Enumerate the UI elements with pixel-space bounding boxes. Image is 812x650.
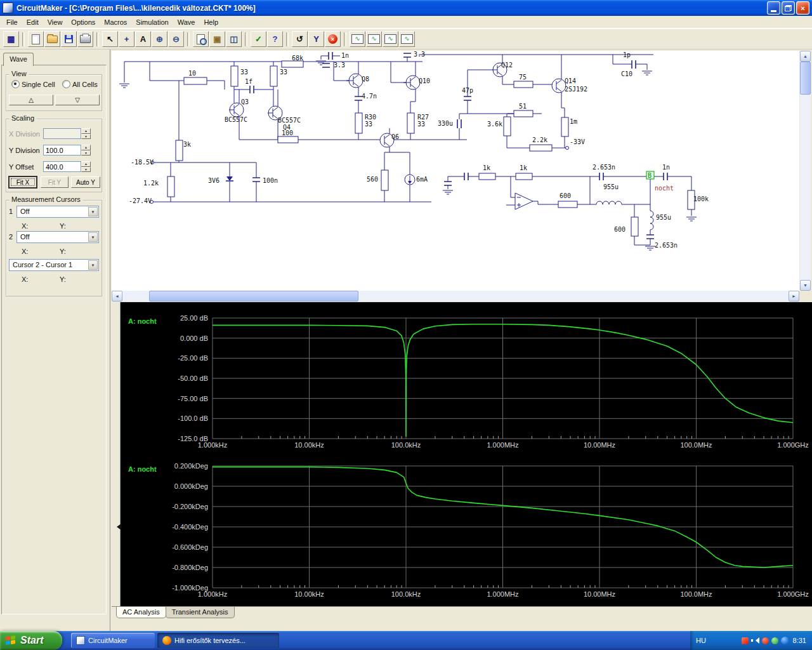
app-red-icon[interactable]	[742, 637, 749, 644]
schematic-label: 2SJ192	[565, 86, 587, 93]
zoom-out-tool-button[interactable]: ⊖	[168, 31, 184, 47]
scroll-right-icon[interactable]: ►	[789, 291, 799, 302]
menu-options[interactable]: Options	[67, 17, 100, 28]
reset-simulation-button[interactable]: ↺	[292, 31, 308, 47]
x-division-spinner[interactable]: ▲ ▼	[81, 128, 91, 139]
tab-ac-analysis[interactable]: AC Analysis	[116, 607, 166, 618]
collapse-panel-icon[interactable]	[114, 524, 121, 530]
view-group-label: View	[10, 70, 29, 77]
y-division-input[interactable]	[43, 145, 81, 156]
spin-down-icon[interactable]: ▼	[81, 150, 91, 156]
fit-y-button[interactable]: Fit Y	[41, 176, 69, 188]
x-division-input[interactable]	[43, 128, 81, 139]
restore-button[interactable]	[782, 1, 795, 15]
cursor2-y-label: Y:	[60, 248, 66, 255]
y-division-label: Y Division	[9, 147, 40, 154]
find-part-button[interactable]	[193, 31, 209, 47]
y-division-spinner[interactable]: ▲ ▼	[81, 145, 91, 156]
schematic-label: 2.653n	[593, 164, 615, 171]
stop-simulation-button[interactable]: ×	[325, 31, 341, 47]
help-button[interactable]: ?	[267, 31, 283, 47]
new-file-button[interactable]	[28, 31, 44, 47]
menu-help[interactable]: Help	[199, 17, 223, 28]
open-file-button[interactable]	[44, 31, 60, 47]
volume-icon[interactable]	[751, 637, 759, 644]
arrow-tool-button[interactable]: ↖	[102, 31, 118, 47]
svg-text:-100.0 dB: -100.0 dB	[178, 415, 208, 422]
spin-up-icon[interactable]: ▲	[81, 128, 91, 134]
menu-file[interactable]: File	[2, 17, 22, 28]
title-bar: CircuitMaker - [C:\Program Files\...\kil…	[0, 0, 812, 16]
svg-text:1.000GHz: 1.000GHz	[777, 590, 809, 598]
radio-single-cell[interactable]: Single Cell	[11, 80, 55, 88]
next-cell-button[interactable]: ▽	[55, 95, 100, 105]
app-icon[interactable]	[3, 3, 13, 13]
cursor-diff-select[interactable]: Cursor 2 - Cursor 1 ▼	[9, 259, 99, 271]
copy-clipboard-button[interactable]: ▣	[209, 31, 225, 47]
radio-all-cells[interactable]: All Cells	[62, 80, 98, 88]
schematic-label: 2.2k	[532, 136, 547, 143]
cursor1-select[interactable]: Off ▼	[16, 206, 99, 218]
schematic-label: 600	[614, 226, 625, 233]
svg-text:100.0MHz: 100.0MHz	[680, 441, 712, 449]
menu-macros[interactable]: Macros	[100, 17, 131, 28]
text-tool-button[interactable]: A	[135, 31, 151, 47]
task-button-circuitmaker[interactable]: CircuitMaker	[71, 633, 155, 648]
parts-browser-button[interactable]: ▦	[3, 31, 19, 47]
spin-down-icon[interactable]: ▼	[81, 167, 91, 173]
waveform-scope-4-button[interactable]: ∿	[399, 31, 415, 47]
schematic-label: 75	[519, 74, 527, 81]
toolbar-separator	[187, 32, 190, 46]
waveform-scope-3-button[interactable]: ∿	[383, 31, 398, 47]
y-offset-spinner[interactable]: ▲ ▼	[81, 161, 91, 172]
scroll-down-icon[interactable]: ▼	[800, 280, 811, 291]
display-panel-button[interactable]: ◫	[226, 31, 242, 47]
minimize-button[interactable]	[767, 1, 780, 15]
tab-transient-analysis[interactable]: Transient Analysis	[166, 607, 235, 618]
close-button[interactable]: ×	[796, 1, 809, 15]
schematic-horizontal-scrollbar[interactable]: ◄ ►	[112, 291, 799, 302]
horizontal-scroll-thumb[interactable]	[149, 291, 358, 302]
schematic-label: -33V	[570, 138, 585, 145]
zoom-in-tool-button[interactable]: ⊕	[152, 31, 167, 47]
alert-red-icon[interactable]	[762, 637, 769, 644]
save-file-button[interactable]	[61, 31, 77, 47]
auto-y-button[interactable]: Auto Y	[71, 176, 100, 188]
y-offset-input[interactable]	[43, 161, 81, 172]
menu-wave[interactable]: Wave	[173, 17, 200, 28]
vertical-scroll-thumb[interactable]	[800, 62, 811, 95]
start-button[interactable]: Start	[0, 631, 62, 650]
spin-down-icon[interactable]: ▼	[81, 134, 91, 140]
menu-view[interactable]: View	[43, 17, 67, 28]
svg-text:25.00 dB: 25.00 dB	[180, 314, 208, 322]
schematic-canvas[interactable]: 1033331f68k1n3.33.3Q3BC557CBC557CQ4100Q8…	[112, 51, 799, 291]
plot-phase[interactable]: 0.200kDeg0.000kDeg-0.200kDeg-0.400kDeg-0…	[121, 453, 809, 604]
scroll-left-icon[interactable]: ◄	[112, 291, 122, 302]
waveform-scope-2-button[interactable]: ∿	[366, 31, 382, 47]
run-simulation-button[interactable]: ✓	[251, 31, 266, 47]
previous-cell-button[interactable]: △	[9, 95, 53, 105]
schematic-vertical-scrollbar[interactable]: ▲ ▼	[800, 51, 811, 291]
wire-tool-button[interactable]: +	[119, 31, 134, 47]
waveform-scope-1-button[interactable]: ∿	[350, 31, 365, 47]
save-file-icon	[65, 35, 73, 43]
spin-up-icon[interactable]: ▲	[81, 161, 91, 167]
schematic-label: 6mA	[416, 176, 428, 183]
scroll-up-icon[interactable]: ▲	[800, 51, 811, 62]
cursor-diff-x-label: X:	[22, 275, 28, 283]
schematic-label: Q12	[501, 62, 513, 69]
fit-x-button[interactable]: Fit X	[9, 176, 37, 188]
probe-tool-button[interactable]: Y	[308, 31, 324, 47]
tab-wave[interactable]: Wave	[3, 53, 34, 66]
language-indicator[interactable]: HU	[696, 637, 706, 644]
menu-simulation[interactable]: Simulation	[131, 17, 173, 28]
menu-edit[interactable]: Edit	[22, 17, 43, 28]
scrollbar-corner	[800, 291, 812, 302]
cursor2-select[interactable]: Off ▼	[16, 231, 99, 243]
app-blue-icon[interactable]	[781, 637, 789, 645]
plot-magnitude[interactable]: 25.00 dB0.000 dB-25.00 dB-50.00 dB-75.00…	[121, 305, 809, 452]
status-green-icon[interactable]	[771, 637, 778, 644]
task-button-browser[interactable]: Hifi erősítők tervezés...	[157, 633, 279, 648]
print-button[interactable]	[77, 31, 93, 47]
spin-up-icon[interactable]: ▲	[81, 145, 91, 150]
